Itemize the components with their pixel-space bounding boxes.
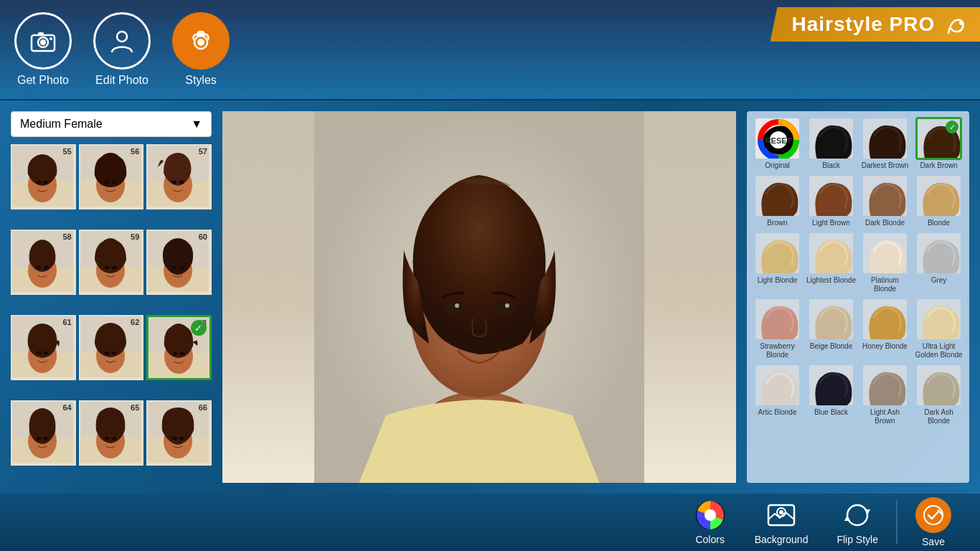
svg-point-13 <box>44 181 49 184</box>
color-swatch-lightest-blonde[interactable]: Lightest Blonde <box>806 232 856 293</box>
swatch-wrap-ultra-light-golden-blonde <box>915 298 962 341</box>
color-swatch-honey-blonde[interactable]: Honey Blonde <box>860 298 910 359</box>
style-num-62: 62 <box>131 318 139 326</box>
swatch-label-grey: Grey <box>931 276 947 285</box>
svg-point-7 <box>197 39 204 46</box>
toolbar-colors[interactable]: Colors <box>680 494 740 551</box>
color-swatch-light-brown[interactable]: Light Brown <box>806 174 856 227</box>
background-label: Background <box>755 534 809 545</box>
color-swatch-strawberry-blonde[interactable]: Strawberry Blonde <box>753 298 802 359</box>
color-swatch-original[interactable]: RESET Original <box>753 117 802 170</box>
svg-point-74 <box>505 303 509 308</box>
person-preview <box>314 111 644 483</box>
swatch-check-dark-brown: ✓ <box>946 121 958 133</box>
style-num-60: 60 <box>199 232 207 241</box>
style-num-61: 61 <box>62 318 71 326</box>
color-wheel-icon <box>694 499 726 531</box>
style-item-64[interactable]: 64 <box>11 400 76 466</box>
swatch-wrap-beige-blonde <box>808 298 854 341</box>
swatch-wrap-blonde <box>915 174 962 217</box>
svg-point-58 <box>44 437 49 441</box>
color-swatch-dark-ash-blonde[interactable]: Dark Ash Blonde <box>914 364 963 425</box>
swatch-wrap-lightest-blonde <box>808 232 854 275</box>
colors-label: Colors <box>695 534 724 545</box>
style-num-66: 66 <box>199 403 207 412</box>
color-swatch-platinum-blonde[interactable]: Platinum Blonde <box>860 232 910 293</box>
swatch-label-original: Original <box>765 161 789 170</box>
swatch-label-platinum-blonde: Platinum Blonde <box>860 276 910 293</box>
svg-point-28 <box>44 266 49 270</box>
svg-point-98 <box>705 509 716 521</box>
swatch-label-dark-brown: Dark Brown <box>920 161 957 170</box>
style-item-57[interactable]: 57 <box>146 144 212 209</box>
style-item-66[interactable]: 66 <box>146 400 212 466</box>
toolbar-background[interactable]: Background <box>740 494 823 551</box>
color-swatch-dark-brown[interactable]: ✓Dark Brown <box>914 117 963 170</box>
color-swatch-grey[interactable]: Grey <box>914 232 963 293</box>
toolbar-flip-style[interactable]: Flip Style <box>822 494 892 551</box>
svg-point-2 <box>40 39 46 45</box>
color-swatch-dark-blonde[interactable]: Dark Blonde <box>860 174 910 227</box>
style-item-60[interactable]: 60 <box>146 230 212 295</box>
camera-icon <box>14 12 72 70</box>
save-label: Save <box>922 536 945 547</box>
svg-point-18 <box>111 181 116 184</box>
color-swatch-ultra-light-golden-blonde[interactable]: Ultra Light Golden Blonde <box>914 298 963 359</box>
swatch-wrap-darkest-brown <box>862 117 908 160</box>
swatch-wrap-dark-ash-blonde <box>915 364 962 407</box>
svg-point-22 <box>172 181 177 184</box>
edit-photo-label: Edit Photo <box>95 74 149 87</box>
color-swatch-darkest-brown[interactable]: Darkest Brown <box>860 117 910 170</box>
svg-point-12 <box>37 181 42 184</box>
style-item-58[interactable]: 58 <box>11 230 76 295</box>
svg-point-67 <box>172 437 177 441</box>
color-swatch-blonde[interactable]: Blonde <box>914 174 963 227</box>
style-check-63: ✓ <box>191 320 207 336</box>
swatch-label-brown: Brown <box>767 219 787 227</box>
style-item-61[interactable]: 61 <box>11 315 76 380</box>
swatch-label-honey-blonde: Honey Blonde <box>862 342 908 351</box>
color-swatch-brown[interactable]: Brown <box>753 174 802 227</box>
flip-style-label: Flip Style <box>837 534 878 545</box>
styles-grid: 55 56 57 58 59 <box>11 144 212 483</box>
toolbar-save[interactable]: Save <box>901 491 966 551</box>
style-item-63[interactable]: 63✓ <box>146 315 212 380</box>
nav-get-photo[interactable]: Get Photo <box>14 12 72 87</box>
svg-point-73 <box>455 303 459 308</box>
color-swatch-light-ash-brown[interactable]: Light Ash Brown <box>860 364 910 425</box>
svg-point-101 <box>779 510 783 514</box>
color-swatch-artic-blonde[interactable]: Artic Blonde <box>753 364 802 425</box>
svg-point-62 <box>104 437 109 441</box>
nav-edit-photo[interactable]: Edit Photo <box>93 12 151 87</box>
style-category-dropdown[interactable]: Medium Female ▼ <box>11 111 212 137</box>
svg-point-43 <box>44 352 49 355</box>
swatch-label-lightest-blonde: Lightest Blonde <box>806 276 856 285</box>
style-item-55[interactable]: 55 <box>11 144 76 209</box>
svg-point-102 <box>924 506 943 524</box>
swatch-wrap-strawberry-blonde <box>754 298 801 341</box>
style-item-56[interactable]: 56 <box>79 144 144 209</box>
hair-icon <box>172 12 230 70</box>
svg-point-8 <box>959 21 963 25</box>
style-num-55: 55 <box>62 147 71 156</box>
style-item-62[interactable]: 62 <box>79 315 144 380</box>
color-swatch-black[interactable]: Black <box>806 117 856 170</box>
style-item-59[interactable]: 59 <box>79 230 144 295</box>
style-num-59: 59 <box>131 232 139 241</box>
style-num-64: 64 <box>62 403 71 412</box>
style-num-58: 58 <box>62 232 71 241</box>
svg-point-37 <box>172 266 177 270</box>
style-item-65[interactable]: 65 <box>79 400 144 466</box>
get-photo-label: Get Photo <box>17 74 69 87</box>
swatch-label-ultra-light-golden-blonde: Ultra Light Golden Blonde <box>914 342 963 359</box>
color-swatch-blue-black[interactable]: Blue Black <box>806 364 856 425</box>
swatch-wrap-light-ash-brown <box>862 364 908 407</box>
swatch-label-light-blonde: Light Blonde <box>758 276 798 285</box>
color-swatch-light-blonde[interactable]: Light Blonde <box>753 232 802 293</box>
nav-styles[interactable]: Styles <box>172 12 230 87</box>
color-swatch-beige-blonde[interactable]: Beige Blonde <box>806 298 856 359</box>
style-num-65: 65 <box>131 403 139 412</box>
nav-items: Get Photo Edit Photo Styles <box>14 12 230 87</box>
svg-point-47 <box>104 352 109 355</box>
swatch-label-beige-blonde: Beige Blonde <box>810 342 853 351</box>
